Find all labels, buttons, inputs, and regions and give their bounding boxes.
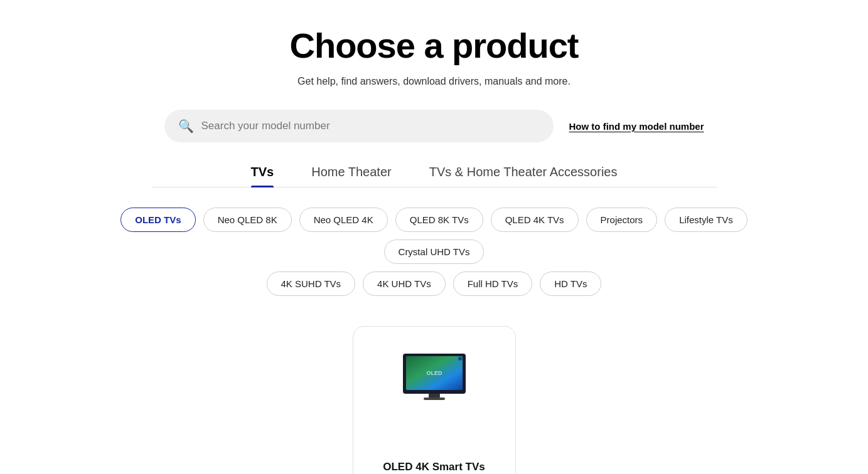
chip-projectors[interactable]: Projectors xyxy=(586,208,658,232)
chip-qled-4k-tvs[interactable]: QLED 4K TVs xyxy=(491,208,579,232)
chip-oled-tvs[interactable]: OLED TVs xyxy=(121,208,195,232)
chip-hd-tvs[interactable]: HD TVs xyxy=(540,271,601,296)
chip-qled-8k-tvs[interactable]: QLED 8K TVs xyxy=(395,208,483,232)
search-box[interactable]: 🔍 xyxy=(164,110,554,142)
search-input[interactable] xyxy=(201,120,540,132)
chip-4k-uhd-tvs[interactable]: 4K UHD TVs xyxy=(363,271,446,296)
svg-point-5 xyxy=(458,357,462,361)
page-subtitle: Get help, find answers, download drivers… xyxy=(297,76,571,87)
svg-text:OLED: OLED xyxy=(426,370,442,376)
search-icon: 🔍 xyxy=(178,118,194,134)
filter-chips: OLED TVsNeo QLED 8KNeo QLED 4KQLED 8K TV… xyxy=(89,208,780,296)
tabs-row: TVsHome TheaterTVs & Home Theater Access… xyxy=(152,165,717,187)
chip-neo-qled-8k[interactable]: Neo QLED 8K xyxy=(203,208,292,232)
page-title: Choose a product xyxy=(289,25,578,66)
chip-4k-suhd-tvs[interactable]: 4K SUHD TVs xyxy=(267,271,356,296)
chip-neo-qled-4k[interactable]: Neo QLED 4K xyxy=(299,208,388,232)
chips-row2: 4K SUHD TVs4K UHD TVsFull HD TVsHD TVs xyxy=(89,271,780,296)
product-card-oled-4k-smart-tvs[interactable]: OLED OLED 4K Smart TVs xyxy=(353,326,516,474)
product-grid: OLED OLED 4K Smart TVs xyxy=(353,326,516,474)
model-number-link[interactable]: How to find my model number xyxy=(569,121,704,132)
chips-row1: OLED TVsNeo QLED 8KNeo QLED 4KQLED 8K TV… xyxy=(89,208,780,264)
tab-tvs[interactable]: TVs xyxy=(251,165,274,187)
svg-rect-4 xyxy=(424,398,445,400)
svg-rect-3 xyxy=(429,394,440,398)
tab-home-theater[interactable]: Home Theater xyxy=(311,165,391,187)
tab-accessories[interactable]: TVs & Home Theater Accessories xyxy=(429,165,618,187)
chip-full-hd-tvs[interactable]: Full HD TVs xyxy=(453,271,533,296)
search-row: 🔍 How to find my model number xyxy=(164,110,704,142)
product-image-oled-4k-smart-tvs: OLED xyxy=(397,345,472,408)
product-label-oled-4k-smart-tvs: OLED 4K Smart TVs xyxy=(383,461,485,473)
chip-crystal-uhd-tvs[interactable]: Crystal UHD TVs xyxy=(384,240,485,264)
chip-lifestyle-tvs[interactable]: Lifestyle TVs xyxy=(665,208,747,232)
